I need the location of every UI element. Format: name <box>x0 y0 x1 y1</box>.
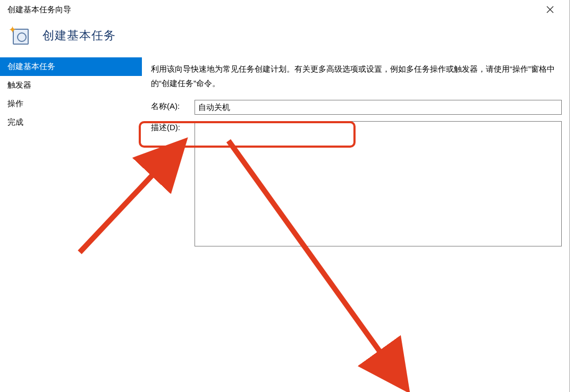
sidebar-item-label: 创建基本任务 <box>7 62 55 71</box>
close-button[interactable] <box>539 2 561 18</box>
title-bar: 创建基本任务向导 <box>0 0 569 19</box>
sidebar-item-label: 操作 <box>7 99 23 108</box>
name-row: 名称(A): <box>151 100 562 115</box>
wizard-sidebar: 创建基本任务 触发器 操作 完成 <box>0 57 142 380</box>
sidebar-item-trigger[interactable]: 触发器 <box>0 76 142 95</box>
description-textarea[interactable] <box>195 121 562 246</box>
sidebar-item-action[interactable]: 操作 <box>0 95 142 113</box>
wizard-header: ✦ 创建基本任务 <box>0 19 569 57</box>
sidebar-item-label: 触发器 <box>7 80 31 89</box>
name-input[interactable] <box>195 100 562 115</box>
sidebar-item-create-basic-task[interactable]: 创建基本任务 <box>0 57 142 76</box>
close-icon <box>546 6 554 13</box>
wizard-icon: ✦ <box>10 25 31 46</box>
instruction-text: 利用该向导快速地为常见任务创建计划。有关更多高级选项或设置，例如多任务操作或触发… <box>151 62 562 90</box>
sidebar-item-label: 完成 <box>7 117 23 126</box>
wizard-body: 创建基本任务 触发器 操作 完成 利用该向导快速地为常见任务创建计划。有关更多高… <box>0 57 569 380</box>
name-label: 名称(A): <box>151 100 188 112</box>
sidebar-item-finish[interactable]: 完成 <box>0 113 142 132</box>
window-title: 创建基本任务向导 <box>7 5 71 15</box>
description-row: 描述(D): <box>151 121 562 246</box>
wizard-main: 利用该向导快速地为常见任务创建计划。有关更多高级选项或设置，例如多任务操作或触发… <box>142 57 569 380</box>
wizard-heading: 创建基本任务 <box>43 28 116 44</box>
wizard-dialog: 创建基本任务向导 ✦ 创建基本任务 创建基本任务 触发器 操作 <box>0 0 570 392</box>
description-label: 描述(D): <box>151 121 188 133</box>
